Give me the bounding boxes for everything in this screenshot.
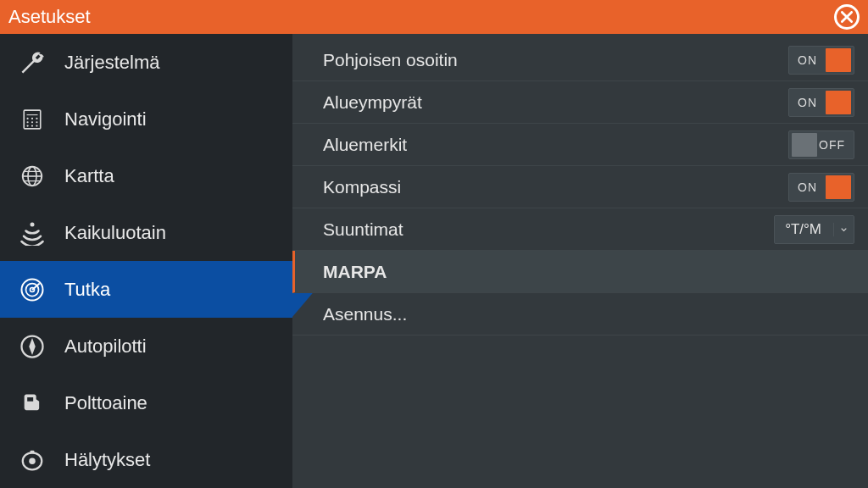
calculator-icon bbox=[15, 103, 49, 136]
setting-row-marpa[interactable]: MARPA bbox=[292, 251, 868, 293]
svg-rect-25 bbox=[31, 450, 35, 453]
window-title: Asetukset bbox=[8, 6, 834, 28]
sidebar-item-alarms[interactable]: Hälytykset bbox=[0, 431, 292, 488]
toggle-text: OFF bbox=[819, 138, 845, 152]
svg-point-8 bbox=[27, 125, 29, 126]
toggle-knob bbox=[826, 91, 851, 114]
sidebar-item-label: Navigointi bbox=[64, 108, 147, 130]
svg-point-24 bbox=[29, 458, 36, 464]
sidebar-item-autopilot[interactable]: Autopilotti bbox=[0, 318, 292, 374]
setting-label: MARPA bbox=[323, 262, 854, 282]
compass-icon bbox=[15, 330, 49, 363]
svg-point-9 bbox=[31, 125, 33, 126]
sidebar-item-label: Kartta bbox=[64, 165, 114, 187]
sidebar-item-sonar[interactable]: Kaikuluotain bbox=[0, 204, 292, 261]
sidebar-item-label: Polttoaine bbox=[64, 392, 147, 414]
setting-row-bearings: Suuntimat °T/°M bbox=[292, 208, 868, 251]
close-button[interactable] bbox=[834, 4, 860, 30]
sonar-icon bbox=[15, 216, 49, 250]
setting-row-compass: Kompassi ON bbox=[292, 166, 868, 208]
dropdown-value: °T/°M bbox=[785, 221, 821, 238]
sidebar-item-chart[interactable]: Kartta bbox=[0, 147, 292, 204]
sidebar-item-label: Järjestelmä bbox=[64, 52, 159, 74]
svg-point-16 bbox=[31, 222, 35, 226]
setting-label: Alueympyrät bbox=[323, 92, 788, 113]
titlebar: Asetukset bbox=[0, 0, 868, 34]
svg-point-6 bbox=[31, 121, 33, 123]
toggle-range-markers[interactable]: OFF bbox=[788, 130, 854, 159]
setting-row-range-rings: Alueympyrät ON bbox=[292, 81, 868, 124]
radar-icon bbox=[15, 273, 49, 307]
toggle-knob bbox=[826, 175, 851, 199]
setting-row-north-indicator: Pohjoisen osoitin ON bbox=[292, 39, 868, 81]
toggle-text: ON bbox=[798, 96, 817, 109]
sidebar-item-label: Hälytykset bbox=[64, 449, 150, 471]
setting-label: Suuntimat bbox=[323, 219, 774, 240]
chevron-down-icon bbox=[833, 223, 847, 236]
toggle-text: ON bbox=[798, 180, 817, 194]
svg-point-4 bbox=[36, 117, 37, 119]
sidebar-item-radar[interactable]: Tutka bbox=[0, 261, 292, 318]
settings-window: Asetukset Järjestelmä Navigointi bbox=[0, 0, 868, 488]
toggle-range-rings[interactable]: ON bbox=[788, 88, 854, 117]
sidebar-item-label: Autopilotti bbox=[64, 336, 147, 358]
main-panel: Pohjoisen osoitin ON Alueympyrät ON Alue… bbox=[292, 34, 868, 488]
sidebar-item-fuel[interactable]: Polttoaine bbox=[0, 374, 292, 431]
toggle-north-indicator[interactable]: ON bbox=[788, 46, 854, 75]
globe-icon bbox=[15, 159, 49, 193]
svg-point-7 bbox=[36, 121, 37, 123]
toggle-knob bbox=[792, 133, 817, 157]
svg-point-10 bbox=[36, 125, 37, 126]
sidebar: Järjestelmä Navigointi Kartta Kaikuluota… bbox=[0, 34, 292, 488]
svg-point-2 bbox=[27, 117, 29, 119]
setting-row-installation[interactable]: Asennus... bbox=[292, 293, 868, 336]
setting-row-range-markers: Aluemerkit OFF bbox=[292, 124, 868, 166]
close-icon bbox=[841, 6, 853, 28]
toggle-compass[interactable]: ON bbox=[788, 173, 854, 202]
dropdown-bearings[interactable]: °T/°M bbox=[774, 215, 854, 244]
setting-label: Asennus... bbox=[323, 304, 854, 324]
svg-point-3 bbox=[31, 117, 33, 119]
toggle-text: ON bbox=[798, 53, 817, 67]
alarm-icon bbox=[15, 443, 49, 477]
setting-label: Aluemerkit bbox=[323, 135, 788, 155]
sidebar-item-navigation[interactable]: Navigointi bbox=[0, 91, 292, 147]
wrench-icon bbox=[15, 46, 49, 80]
sidebar-item-label: Tutka bbox=[64, 279, 110, 301]
sidebar-item-label: Kaikuluotain bbox=[64, 222, 166, 244]
toggle-knob bbox=[826, 48, 851, 72]
window-body: Järjestelmä Navigointi Kartta Kaikuluota… bbox=[0, 34, 868, 488]
svg-rect-22 bbox=[27, 397, 33, 402]
setting-label: Kompassi bbox=[323, 177, 788, 197]
setting-label: Pohjoisen osoitin bbox=[323, 50, 788, 70]
svg-point-5 bbox=[27, 121, 29, 123]
sidebar-item-system[interactable]: Järjestelmä bbox=[0, 34, 292, 91]
fuel-icon bbox=[15, 386, 49, 420]
